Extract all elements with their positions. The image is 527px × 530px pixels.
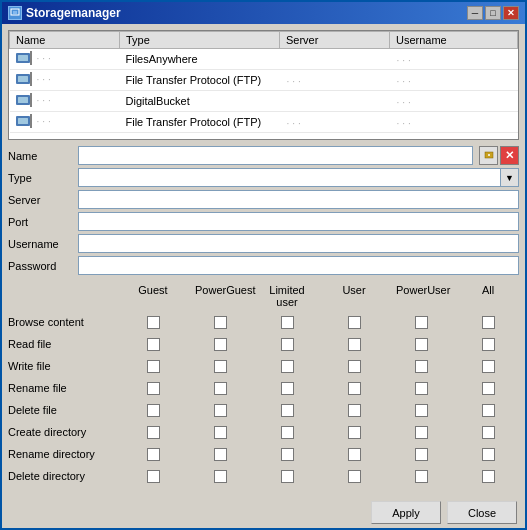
perm-checkboxes	[128, 360, 519, 373]
cell-username: ···	[390, 70, 518, 91]
checkbox-delete-file-guest[interactable]	[147, 404, 160, 417]
checkbox-delete-directory-poweruser[interactable]	[415, 470, 428, 483]
checkbox-delete-file-all[interactable]	[482, 404, 495, 417]
checkbox-create-directory-guest[interactable]	[147, 426, 160, 439]
table-row[interactable]: ··· FilesAnywhere ···	[10, 49, 518, 70]
perm-col-header: Guest	[128, 284, 178, 308]
checkbox-write-file-powerguest[interactable]	[214, 360, 227, 373]
perm-checkbox-cell	[463, 360, 513, 373]
checkbox-delete-directory-user[interactable]	[348, 470, 361, 483]
checkbox-create-directory-poweruser[interactable]	[415, 426, 428, 439]
checkbox-read-file-all[interactable]	[482, 338, 495, 351]
checkbox-read-file-limited-user[interactable]	[281, 338, 294, 351]
checkbox-browse-content-guest[interactable]	[147, 316, 160, 329]
perm-row-label: Rename file	[8, 382, 128, 394]
checkbox-rename-directory-user[interactable]	[348, 448, 361, 461]
window-close-button[interactable]: ✕	[503, 6, 519, 20]
table-row[interactable]: ··· File Transfer Protocol (FTP) ··· ···	[10, 70, 518, 91]
perm-checkbox-cell	[329, 338, 379, 351]
checkbox-rename-directory-all[interactable]	[482, 448, 495, 461]
checkbox-rename-directory-powerguest[interactable]	[214, 448, 227, 461]
checkbox-rename-directory-poweruser[interactable]	[415, 448, 428, 461]
checkbox-browse-content-all[interactable]	[482, 316, 495, 329]
checkbox-browse-content-user[interactable]	[348, 316, 361, 329]
add-button[interactable]	[479, 146, 498, 165]
perm-row: Browse content	[8, 312, 519, 332]
cell-type: File Transfer Protocol (FTP)	[120, 112, 280, 133]
type-dropdown-arrow[interactable]: ▼	[500, 168, 519, 187]
perm-checkbox-cell	[195, 404, 245, 417]
server-input[interactable]	[78, 190, 519, 209]
checkbox-write-file-all[interactable]	[482, 360, 495, 373]
checkbox-read-file-guest[interactable]	[147, 338, 160, 351]
type-row: Type ▼	[8, 168, 519, 187]
cell-type: File Transfer Protocol (FTP)	[120, 70, 280, 91]
checkbox-delete-directory-all[interactable]	[482, 470, 495, 483]
perm-checkbox-cell	[195, 426, 245, 439]
checkbox-rename-directory-limited-user[interactable]	[281, 448, 294, 461]
checkbox-read-file-user[interactable]	[348, 338, 361, 351]
checkbox-write-file-limited-user[interactable]	[281, 360, 294, 373]
checkbox-browse-content-poweruser[interactable]	[415, 316, 428, 329]
checkbox-rename-file-powerguest[interactable]	[214, 382, 227, 395]
cell-username: ···	[390, 49, 518, 70]
checkbox-create-directory-limited-user[interactable]	[281, 426, 294, 439]
checkbox-create-directory-powerguest[interactable]	[214, 426, 227, 439]
table-row[interactable]: ··· File Transfer Protocol (FTP) ··· ···	[10, 112, 518, 133]
checkbox-write-file-user[interactable]	[348, 360, 361, 373]
checkbox-browse-content-limited-user[interactable]	[281, 316, 294, 329]
perm-checkbox-cell	[195, 470, 245, 483]
svg-rect-3	[18, 55, 28, 61]
perm-checkbox-cell	[128, 382, 178, 395]
checkbox-create-directory-all[interactable]	[482, 426, 495, 439]
username-input[interactable]	[78, 234, 519, 253]
checkbox-rename-file-limited-user[interactable]	[281, 382, 294, 395]
perm-row-label: Delete directory	[8, 470, 128, 482]
checkbox-delete-file-limited-user[interactable]	[281, 404, 294, 417]
checkbox-delete-directory-powerguest[interactable]	[214, 470, 227, 483]
perm-checkbox-cell	[195, 360, 245, 373]
checkbox-delete-directory-guest[interactable]	[147, 470, 160, 483]
checkbox-write-file-guest[interactable]	[147, 360, 160, 373]
checkbox-delete-file-poweruser[interactable]	[415, 404, 428, 417]
svg-rect-12	[18, 118, 28, 124]
content-area: Name Type Server Username ·	[2, 24, 525, 528]
perm-checkbox-cell	[396, 448, 446, 461]
checkbox-rename-file-all[interactable]	[482, 382, 495, 395]
perm-checkboxes	[128, 382, 519, 395]
storage-table-container[interactable]: Name Type Server Username ·	[8, 30, 519, 140]
password-input[interactable]	[78, 256, 519, 275]
port-input[interactable]	[78, 212, 519, 231]
checkbox-rename-directory-guest[interactable]	[147, 448, 160, 461]
checkbox-browse-content-powerguest[interactable]	[214, 316, 227, 329]
checkbox-read-file-poweruser[interactable]	[415, 338, 428, 351]
delete-button[interactable]: ✕	[500, 146, 519, 165]
checkbox-delete-directory-limited-user[interactable]	[281, 470, 294, 483]
checkbox-rename-file-user[interactable]	[348, 382, 361, 395]
checkbox-delete-file-powerguest[interactable]	[214, 404, 227, 417]
maximize-button[interactable]: □	[485, 6, 501, 20]
col-server: Server	[280, 32, 390, 49]
app-icon	[8, 6, 22, 20]
apply-button[interactable]: Apply	[371, 501, 441, 524]
checkbox-write-file-poweruser[interactable]	[415, 360, 428, 373]
cell-type: FilesAnywhere	[120, 49, 280, 70]
perm-checkbox-cell	[128, 316, 178, 329]
perm-checkbox-cell	[262, 316, 312, 329]
cell-server: ···	[280, 112, 390, 133]
checkbox-rename-file-poweruser[interactable]	[415, 382, 428, 395]
checkbox-read-file-powerguest[interactable]	[214, 338, 227, 351]
cell-name: ···	[10, 70, 120, 91]
name-input[interactable]	[78, 146, 473, 165]
minimize-button[interactable]: ─	[467, 6, 483, 20]
checkbox-delete-file-user[interactable]	[348, 404, 361, 417]
checkbox-rename-file-guest[interactable]	[147, 382, 160, 395]
perm-checkbox-cell	[396, 426, 446, 439]
checkbox-create-directory-user[interactable]	[348, 426, 361, 439]
type-label: Type	[8, 172, 78, 184]
permissions-area: GuestPowerGuestLimited userUserPowerUser…	[8, 284, 519, 493]
type-input[interactable]	[78, 168, 501, 187]
title-bar-left: Storagemanager	[8, 6, 121, 20]
table-row[interactable]: ··· DigitalBucket ···	[10, 91, 518, 112]
close-button[interactable]: Close	[447, 501, 517, 524]
